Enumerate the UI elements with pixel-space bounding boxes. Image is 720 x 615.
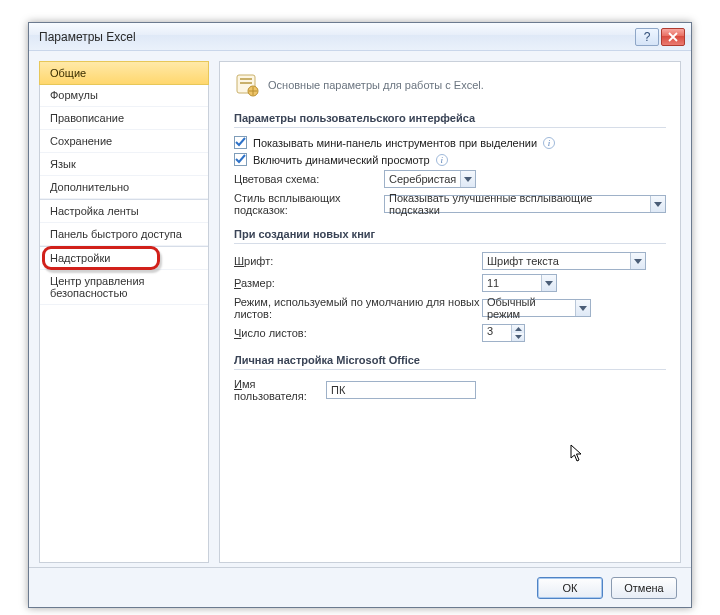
- view-dropdown[interactable]: Обычный режим: [482, 299, 591, 317]
- spinner-value: 3: [483, 325, 511, 341]
- sidebar-item-addins[interactable]: Надстройки: [40, 246, 208, 270]
- checkbox-livepreview-label: Включить динамический просмотр: [253, 154, 430, 166]
- size-dropdown[interactable]: 11: [482, 274, 557, 292]
- color-scheme-dropdown[interactable]: Серебристая: [384, 170, 476, 188]
- help-button[interactable]: ?: [635, 28, 659, 46]
- window-title: Параметры Excel: [39, 30, 633, 44]
- spinner-up-icon[interactable]: [512, 325, 524, 333]
- chevron-down-icon: [575, 300, 590, 316]
- sidebar-item-general[interactable]: Общие: [39, 61, 209, 85]
- chevron-down-icon: [460, 171, 475, 187]
- sidebar-item-label: Надстройки: [50, 252, 110, 264]
- sheets-spinner[interactable]: 3: [482, 324, 525, 342]
- cancel-button[interactable]: Отмена: [611, 577, 677, 599]
- pane-heading: Основные параметры для работы с Excel.: [268, 79, 484, 91]
- sidebar-item-label: Настройка ленты: [50, 205, 139, 217]
- username-label: Имя пользователя:: [234, 378, 326, 402]
- sidebar-item-label: Панель быстрого доступа: [50, 228, 182, 240]
- dropdown-value: Обычный режим: [483, 296, 575, 320]
- sidebar-item-trust-center[interactable]: Центр управления безопасностью: [40, 270, 208, 305]
- dropdown-value: 11: [483, 277, 541, 289]
- checkbox-minipanel[interactable]: [234, 136, 247, 149]
- sidebar-item-qat[interactable]: Панель быстрого доступа: [40, 223, 208, 246]
- username-input[interactable]: ПК: [326, 381, 476, 399]
- sidebar-item-formulas[interactable]: Формулы: [40, 84, 208, 107]
- dropdown-value: Шрифт текста: [483, 255, 630, 267]
- tooltip-style-label: Стиль всплывающих подсказок:: [234, 192, 384, 216]
- sidebar-item-label: Язык: [50, 158, 76, 170]
- size-label: Размер:: [234, 277, 482, 289]
- tooltip-style-dropdown[interactable]: Показывать улучшенные всплывающие подска…: [384, 195, 666, 213]
- spinner-down-icon[interactable]: [512, 333, 524, 341]
- svg-rect-2: [240, 82, 252, 84]
- cursor-icon: [570, 444, 584, 462]
- view-label: Режим, используемый по умолчанию для нов…: [234, 296, 482, 320]
- color-scheme-label: Цветовая схема:: [234, 173, 384, 185]
- svg-rect-1: [240, 78, 252, 80]
- sidebar-item-label: Формулы: [50, 89, 98, 101]
- options-dialog: Параметры Excel ? Общие Формулы Правопис…: [28, 22, 692, 608]
- sidebar-item-advanced[interactable]: Дополнительно: [40, 176, 208, 199]
- titlebar: Параметры Excel ?: [29, 23, 691, 51]
- chevron-down-icon: [630, 253, 645, 269]
- font-label: Шрифт:: [234, 255, 482, 267]
- chevron-down-icon: [650, 196, 665, 212]
- ok-button[interactable]: ОК: [537, 577, 603, 599]
- close-icon: [668, 32, 678, 42]
- content-pane: Основные параметры для работы с Excel. П…: [219, 61, 681, 563]
- info-icon[interactable]: i: [436, 154, 448, 166]
- sidebar-item-customize-ribbon[interactable]: Настройка ленты: [40, 199, 208, 223]
- section-personal-title: Личная настройка Microsoft Office: [234, 350, 666, 370]
- font-dropdown[interactable]: Шрифт текста: [482, 252, 646, 270]
- dialog-footer: ОК Отмена: [29, 567, 691, 607]
- section-ui-title: Параметры пользовательского интерфейса: [234, 108, 666, 128]
- input-value: ПК: [331, 384, 345, 396]
- category-sidebar: Общие Формулы Правописание Сохранение Яз…: [39, 61, 209, 563]
- chevron-down-icon: [541, 275, 556, 291]
- checkbox-livepreview[interactable]: [234, 153, 247, 166]
- info-icon[interactable]: i: [543, 137, 555, 149]
- dropdown-value: Серебристая: [385, 173, 460, 185]
- check-icon: [235, 154, 246, 165]
- sidebar-item-label: Дополнительно: [50, 181, 129, 193]
- close-button[interactable]: [661, 28, 685, 46]
- sidebar-item-label: Правописание: [50, 112, 124, 124]
- dropdown-value: Показывать улучшенные всплывающие подска…: [385, 192, 650, 216]
- sidebar-item-language[interactable]: Язык: [40, 153, 208, 176]
- sheets-label: Число листов:: [234, 327, 482, 339]
- sidebar-item-label: Центр управления безопасностью: [50, 275, 145, 299]
- options-icon: [234, 72, 260, 98]
- checkbox-minipanel-label: Показывать мини-панель инструментов при …: [253, 137, 537, 149]
- sidebar-item-label: Сохранение: [50, 135, 112, 147]
- sidebar-item-label: Общие: [50, 67, 86, 79]
- section-newbook-title: При создании новых книг: [234, 224, 666, 244]
- sidebar-item-save[interactable]: Сохранение: [40, 130, 208, 153]
- sidebar-item-proofing[interactable]: Правописание: [40, 107, 208, 130]
- check-icon: [235, 137, 246, 148]
